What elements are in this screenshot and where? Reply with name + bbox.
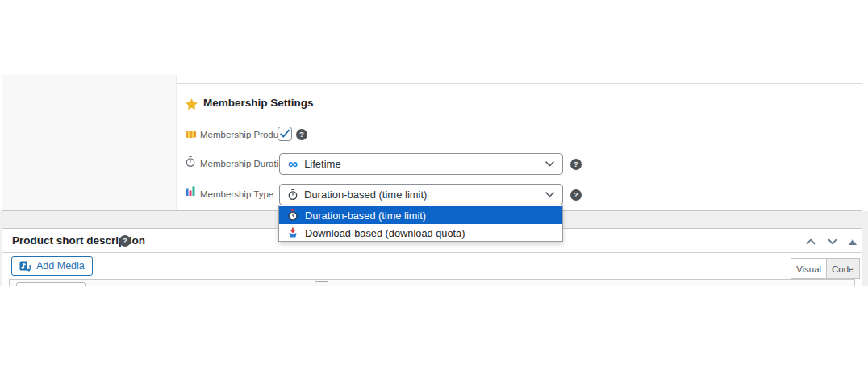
media-icon — [19, 261, 31, 272]
move-down-button[interactable] — [824, 235, 841, 248]
tab-visual[interactable]: Visual — [791, 258, 827, 279]
membership-product-checkbox[interactable] — [278, 127, 292, 141]
add-media-button[interactable]: Add Media — [11, 256, 93, 276]
chevron-down-icon — [545, 192, 554, 197]
triangle-up-icon — [849, 239, 857, 245]
collapse-toggle-button[interactable] — [845, 235, 861, 248]
membership-duration-value: Lifetime — [304, 158, 545, 170]
dropdown-option-label: Duration-based (time limit) — [305, 209, 426, 222]
dropdown-option-duration-based[interactable]: Duration-based (time limit) — [279, 206, 562, 224]
dropdown-option-download-based[interactable]: Download-based (download quota) — [279, 224, 562, 242]
membership-type-value: Duration-based (time limit) — [304, 189, 545, 201]
stopwatch-icon — [288, 189, 298, 201]
product-data-tabs-sidebar — [2, 75, 177, 210]
membership-type-help-icon[interactable]: ? — [570, 189, 582, 201]
short-description-help-icon[interactable]: ? — [119, 235, 131, 247]
membership-type-label: Membership Type — [200, 188, 273, 201]
stopwatch-icon — [186, 156, 195, 168]
membership-duration-select[interactable]: ∞ Lifetime — [279, 153, 563, 175]
membership-duration-label: Membership Duration — [200, 157, 289, 170]
chevron-down-icon — [545, 161, 554, 167]
membership-duration-help-icon[interactable]: ? — [570, 159, 582, 170]
membership-type-dropdown-list: Duration-based (time limit) Download-bas… — [278, 205, 563, 242]
membership-card-icon — [186, 131, 196, 138]
tab-code[interactable]: Code — [826, 258, 860, 279]
add-media-label: Add Media — [36, 260, 85, 272]
tab-code-label: Code — [832, 264, 854, 274]
membership-product-label: Membership Product — [200, 128, 286, 141]
membership-product-help-icon[interactable]: ? — [296, 129, 307, 140]
bar-chart-icon — [186, 186, 195, 196]
infinity-icon: ∞ — [288, 159, 298, 170]
stopwatch-emoji-icon — [288, 209, 298, 221]
dropdown-option-label: Download-based (download quota) — [305, 227, 465, 239]
admin-page: Membership Settings Membership Product ?… — [0, 0, 868, 365]
tab-visual-label: Visual — [796, 264, 821, 274]
panel-heading: Membership Settings — [203, 97, 314, 109]
editor-toolbar-container — [9, 279, 855, 286]
panel-separator — [177, 83, 862, 84]
screenshot-bottom-whitespace — [0, 286, 868, 365]
membership-type-select[interactable]: Duration-based (time limit) — [279, 184, 563, 205]
product-data-metabox: Membership Settings Membership Product ?… — [2, 75, 862, 211]
move-up-button[interactable] — [803, 235, 819, 248]
star-icon — [185, 97, 198, 111]
download-icon — [288, 227, 298, 238]
